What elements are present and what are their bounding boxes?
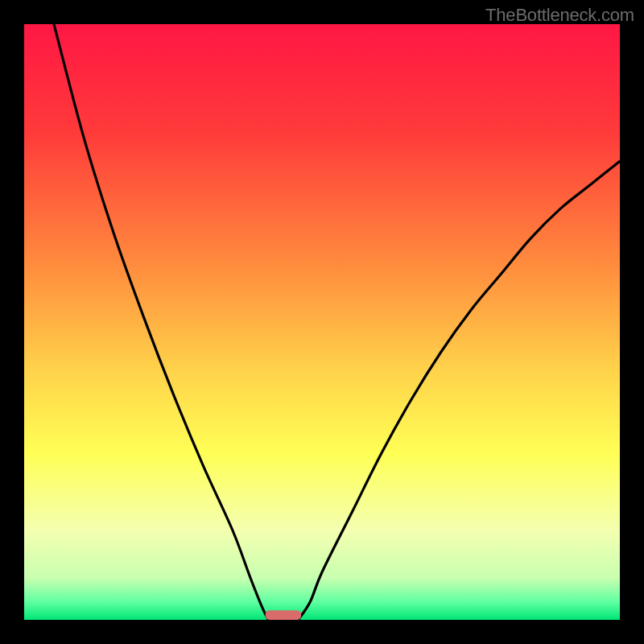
chart-frame	[24, 24, 620, 620]
watermark-text: TheBottleneck.com	[485, 5, 634, 26]
chart-svg	[24, 24, 620, 620]
minimum-marker	[266, 610, 301, 620]
chart-background	[24, 24, 620, 620]
